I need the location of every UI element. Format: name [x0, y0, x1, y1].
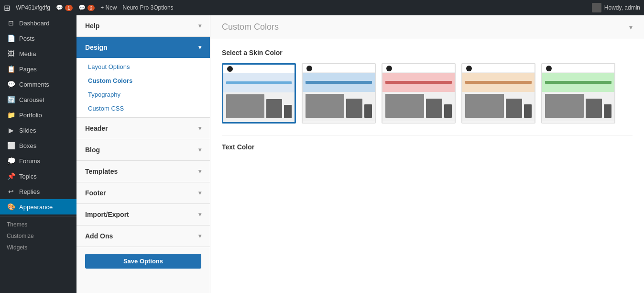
- design-submenu: Layout Options Custom Colors Typography …: [76, 58, 210, 117]
- forums-icon: 💭: [7, 157, 15, 165]
- options-panel: Help ▾ Design ▾ Layout Options Custom Co…: [76, 15, 210, 293]
- chevron-down-icon: ▾: [198, 168, 201, 175]
- sidebar-item-comments[interactable]: 💬 Comments: [0, 77, 76, 92]
- new-button[interactable]: + New: [100, 4, 117, 11]
- skin-option-blue[interactable]: [302, 63, 376, 124]
- dashboard-icon: ⊡: [7, 19, 15, 27]
- chevron-down-icon: ▾: [198, 211, 201, 218]
- panel-title: Custom Colors: [222, 22, 279, 32]
- accordion-header-blog[interactable]: Blog ▾: [76, 139, 210, 160]
- sidebar-item-pages[interactable]: 📋 Pages: [0, 61, 76, 77]
- accordion-footer: Footer ▾: [76, 182, 210, 204]
- skin-preview-green: [542, 64, 614, 122]
- accordion-header-footer[interactable]: Footer ▾: [76, 182, 210, 203]
- chevron-down-icon: ▾: [198, 146, 201, 153]
- comments-count[interactable]: 💬 1: [56, 4, 73, 11]
- sub-item-custom-colors[interactable]: Custom Colors: [76, 74, 210, 88]
- save-btn-container: Save Options: [76, 247, 210, 275]
- avatar: [592, 3, 601, 12]
- skin-grid: [222, 63, 633, 124]
- slides-icon: ▶: [7, 126, 15, 134]
- comments-icon: 💬: [7, 80, 15, 88]
- skin-preview-blue: [303, 64, 375, 122]
- accordion-header-import-export[interactable]: Import/Export ▾: [76, 204, 210, 225]
- appearance-icon: 🎨: [7, 203, 15, 211]
- boxes-icon: ⬜: [7, 142, 15, 149]
- content-panel: Custom Colors ▾ Select a Skin Color: [210, 15, 644, 293]
- sidebar-item-slides[interactable]: ▶ Slides: [0, 123, 76, 138]
- pages-icon: 📋: [7, 65, 15, 73]
- skin-section-label: Select a Skin Color: [222, 49, 633, 56]
- panel-header: Custom Colors ▾: [210, 15, 644, 39]
- sidebar: ⊡ Dashboard 📄 Posts 🖼 Media 📋 Pages 💬 Co…: [0, 15, 76, 293]
- text-color-section: Text Color: [222, 135, 633, 151]
- plugin-label: Neuro Pro 3Options: [123, 4, 174, 11]
- accordion-add-ons: Add Ons ▾: [76, 225, 210, 247]
- replies-icon: ↩: [7, 188, 15, 195]
- skin-option-default[interactable]: [222, 63, 296, 124]
- accordion-import-export: Import/Export ▾: [76, 204, 210, 225]
- sidebar-item-topics[interactable]: 📌 Topics: [0, 169, 76, 184]
- accordion-help: Help ▾: [76, 15, 210, 37]
- collapse-icon[interactable]: ▾: [629, 23, 633, 31]
- sidebar-item-forums[interactable]: 💭 Forums: [0, 153, 76, 169]
- howdy: Howdy, admin: [592, 3, 640, 12]
- skin-preview-red: [382, 64, 455, 122]
- panel-body: Select a Skin Color: [210, 39, 644, 164]
- sidebar-item-widgets[interactable]: Widgets: [0, 242, 76, 253]
- sidebar-item-posts[interactable]: 📄 Posts: [0, 31, 76, 46]
- site-name[interactable]: WP461xfgdfg: [16, 4, 50, 11]
- sidebar-item-appearance[interactable]: 🎨 Appearance: [0, 199, 76, 214]
- accordion-design: Design ▾ Layout Options Custom Colors Ty…: [76, 37, 210, 118]
- chevron-down-icon: ▾: [198, 190, 201, 196]
- accordion-header-templates[interactable]: Templates ▾: [76, 161, 210, 182]
- skin-option-red[interactable]: [382, 63, 456, 124]
- accordion-blog: Blog ▾: [76, 139, 210, 161]
- admin-bar: ⊞ WP461xfgdfg 💬 1 💬 0 + New Neuro Pro 3O…: [0, 0, 644, 15]
- wp-logo[interactable]: ⊞: [4, 3, 10, 12]
- sidebar-item-themes[interactable]: Themes: [0, 219, 76, 230]
- portfolio-icon: 📁: [7, 111, 15, 119]
- skin-preview-orange: [462, 64, 535, 122]
- sidebar-item-dashboard[interactable]: ⊡ Dashboard: [0, 15, 76, 31]
- sidebar-bottom: Themes Customize Widgets: [0, 216, 76, 253]
- sidebar-item-portfolio[interactable]: 📁 Portfolio: [0, 107, 76, 123]
- accordion-header-header[interactable]: Header ▾: [76, 118, 210, 139]
- accordion-templates: Templates ▾: [76, 161, 210, 182]
- sidebar-item-boxes[interactable]: ⬜ Boxes: [0, 138, 76, 153]
- topics-icon: 📌: [7, 172, 15, 180]
- accordion-header-add-ons[interactable]: Add Ons ▾: [76, 225, 210, 247]
- skin-preview-default: [223, 65, 295, 122]
- chevron-down-icon: ▾: [198, 125, 201, 132]
- chevron-down-icon: ▾: [198, 233, 201, 239]
- chevron-down-icon: ▾: [198, 44, 201, 51]
- main-layout: ⊡ Dashboard 📄 Posts 🖼 Media 📋 Pages 💬 Co…: [0, 15, 644, 293]
- skin-option-orange[interactable]: [461, 63, 535, 124]
- media-icon: 🖼: [7, 50, 15, 57]
- accordion-header: Header ▾: [76, 118, 210, 139]
- messages-count[interactable]: 💬 0: [78, 4, 95, 11]
- sidebar-item-customize[interactable]: Customize: [0, 230, 76, 242]
- accordion-header-design[interactable]: Design ▾: [76, 37, 210, 58]
- posts-icon: 📄: [7, 34, 15, 42]
- text-color-label: Text Color: [222, 143, 633, 151]
- accordion-header-help[interactable]: Help ▾: [76, 15, 210, 36]
- sub-item-layout-options[interactable]: Layout Options: [76, 60, 210, 74]
- save-options-button[interactable]: Save Options: [85, 254, 201, 269]
- chevron-down-icon: ▾: [198, 23, 201, 29]
- sidebar-item-carousel[interactable]: 🔄 Carousel: [0, 92, 76, 107]
- sub-item-custom-css[interactable]: Custom CSS: [76, 101, 210, 115]
- carousel-icon: 🔄: [7, 96, 15, 103]
- skin-option-green[interactable]: [541, 63, 615, 124]
- sidebar-item-replies[interactable]: ↩ Replies: [0, 184, 76, 199]
- sub-item-typography[interactable]: Typography: [76, 88, 210, 101]
- sidebar-item-media[interactable]: 🖼 Media: [0, 46, 76, 61]
